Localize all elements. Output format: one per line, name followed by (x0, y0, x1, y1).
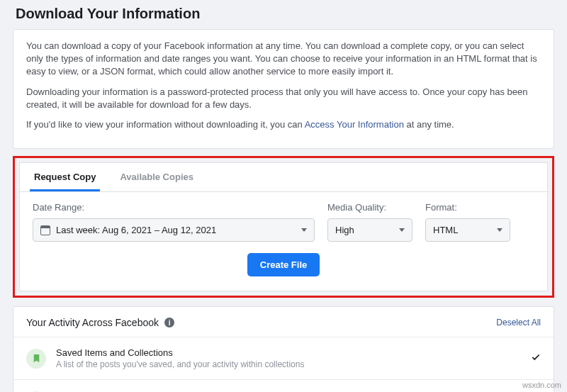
format-label: Format: (425, 202, 510, 213)
check-icon (531, 352, 541, 364)
chevron-down-icon (399, 228, 405, 232)
date-range-field: Date Range: Last week: Aug 6, 2021 – Aug… (33, 202, 315, 242)
filters-row: Date Range: Last week: Aug 6, 2021 – Aug… (20, 192, 547, 253)
tab-available-copies[interactable]: Available Copies (116, 163, 198, 191)
media-quality-dropdown[interactable]: High (327, 218, 412, 242)
activity-item-messages[interactable]: Messages Messages you've exchanged with … (13, 379, 554, 392)
request-card: Request Copy Available Copies Date Range… (19, 162, 548, 291)
intro-paragraph-1: You can download a copy of your Facebook… (26, 40, 541, 79)
tab-request-copy[interactable]: Request Copy (30, 163, 100, 191)
intro-p3-suffix: at any time. (404, 119, 454, 130)
create-file-button[interactable]: Create File (247, 253, 320, 276)
calendar-icon (40, 225, 50, 235)
activity-title: Your Activity Across Facebook (26, 317, 159, 328)
chevron-down-icon (497, 228, 503, 232)
bookmark-icon (26, 349, 46, 369)
activity-item-saved[interactable]: Saved Items and Collections A list of th… (13, 337, 554, 379)
media-quality-value: High (335, 225, 354, 235)
format-value: HTML (433, 225, 458, 235)
media-quality-field: Media Quality: High (327, 202, 412, 242)
activity-card: Your Activity Across Facebook i Deselect… (13, 306, 554, 392)
access-your-information-link[interactable]: Access Your Information (305, 119, 404, 130)
media-quality-label: Media Quality: (327, 202, 412, 213)
activity-item-desc: A list of the posts you've saved, and yo… (56, 359, 304, 369)
intro-paragraph-3: If you'd like to view your information w… (26, 118, 541, 131)
intro-p3-prefix: If you'd like to view your information w… (26, 119, 305, 130)
intro-card: You can download a copy of your Facebook… (13, 29, 554, 149)
activity-item-title: Saved Items and Collections (56, 347, 304, 358)
request-section-highlight: Request Copy Available Copies Date Range… (13, 156, 554, 298)
watermark: wsxdn.com (522, 381, 561, 389)
deselect-all-link[interactable]: Deselect All (496, 318, 541, 327)
intro-paragraph-2: Downloading your information is a passwo… (26, 86, 541, 111)
format-field: Format: HTML (425, 202, 510, 242)
chevron-down-icon (301, 228, 307, 232)
info-icon[interactable]: i (164, 318, 174, 327)
tabs: Request Copy Available Copies (20, 163, 547, 192)
page-title: Download Your Information (0, 0, 567, 29)
format-dropdown[interactable]: HTML (425, 218, 510, 242)
date-range-label: Date Range: (33, 202, 315, 213)
date-range-value: Last week: Aug 6, 2021 – Aug 12, 2021 (56, 225, 216, 235)
date-range-dropdown[interactable]: Last week: Aug 6, 2021 – Aug 12, 2021 (33, 218, 315, 242)
